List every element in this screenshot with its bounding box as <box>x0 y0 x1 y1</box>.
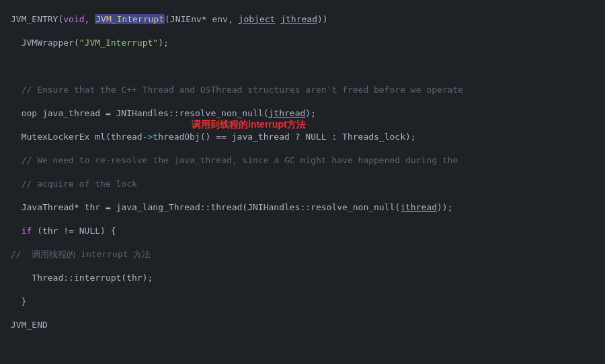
code-editor[interactable]: JVM_ENTRY(void, JVM_Interrupt(JNIEnv* en… <box>0 0 605 364</box>
code-line: oop java_thread = JNIHandles::resolve_no… <box>0 107 605 120</box>
code-line: JVM_END <box>0 319 605 331</box>
code-line: // Ensure that the C++ Thread and OSThre… <box>0 84 605 96</box>
code-line <box>0 60 605 73</box>
code-line: JVMWrapper("JVM_Interrupt"); <box>0 37 605 49</box>
selected-text: JVM_Interrupt <box>95 14 165 24</box>
code-line: } <box>0 295 605 308</box>
annotation-label: 调用到线程的interrupt方法 <box>192 118 306 131</box>
code-line: MutexLockerEx ml(thread->threadObj() == … <box>0 131 605 143</box>
code-line: JavaThread* thr = java_lang_Thread::thre… <box>0 201 605 214</box>
code-line: JVM_ENTRY(void, JVM_Interrupt(JNIEnv* en… <box>0 13 605 26</box>
code-line: // acquire of the lock <box>0 178 605 190</box>
code-line: Thread::interrupt(thr); <box>0 272 605 284</box>
code-line <box>0 343 605 355</box>
code-line: // We need to re-resolve the java_thread… <box>0 154 605 167</box>
code-line: if (thr != NULL) { <box>0 225 605 237</box>
code-line: // 调用线程的 interrupt 方法 <box>0 248 605 261</box>
